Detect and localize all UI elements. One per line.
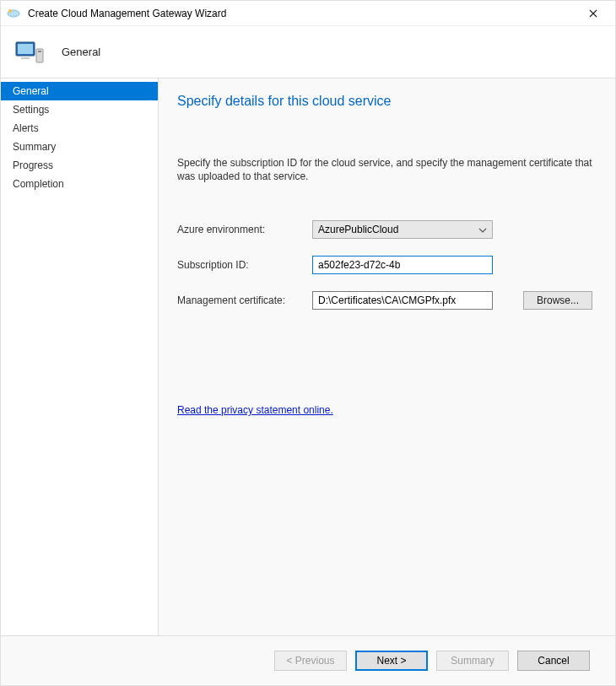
subscription-id-input[interactable] <box>312 256 493 274</box>
wizard-sidebar: General Settings Alerts Summary Progress… <box>1 78 159 635</box>
sidebar-item-settings[interactable]: Settings <box>1 100 158 119</box>
sidebar-item-summary[interactable]: Summary <box>1 138 158 156</box>
app-icon <box>6 6 21 21</box>
close-button[interactable] <box>576 2 610 25</box>
sidebar-item-alerts[interactable]: Alerts <box>1 119 158 138</box>
sidebar-item-completion[interactable]: Completion <box>1 175 158 193</box>
azure-environment-value: AzurePublicCloud <box>318 224 398 235</box>
window-title: Create Cloud Management Gateway Wizard <box>28 8 576 19</box>
page-description: Specify the subscription ID for the clou… <box>177 156 597 183</box>
privacy-statement-link[interactable]: Read the privacy statement online. <box>177 404 333 416</box>
row-management-certificate: Management certificate: Browse... <box>177 291 597 310</box>
svg-point-1 <box>8 9 12 13</box>
summary-button: Summary <box>436 651 509 671</box>
cancel-button[interactable]: Cancel <box>517 651 590 671</box>
header-banner: General <box>1 26 615 78</box>
chevron-down-icon <box>478 225 487 237</box>
label-subscription-id: Subscription ID: <box>177 259 312 271</box>
row-azure-environment: Azure environment: AzurePublicCloud <box>177 220 597 239</box>
label-management-certificate: Management certificate: <box>177 294 312 306</box>
azure-environment-dropdown[interactable]: AzurePublicCloud <box>312 220 493 239</box>
header-section-title: General <box>62 46 100 58</box>
wizard-body: General Settings Alerts Summary Progress… <box>1 78 615 635</box>
svg-rect-3 <box>18 44 33 54</box>
next-button[interactable]: Next > <box>355 651 428 671</box>
page-heading: Specify details for this cloud service <box>177 94 597 109</box>
previous-button: < Previous <box>274 651 347 671</box>
wizard-footer: < Previous Next > Summary Cancel <box>1 635 615 684</box>
label-azure-environment: Azure environment: <box>177 224 312 235</box>
svg-rect-6 <box>21 57 30 59</box>
titlebar: Create Cloud Management Gateway Wizard <box>1 1 615 26</box>
management-certificate-input[interactable] <box>312 291 493 310</box>
sidebar-item-general[interactable]: General <box>1 82 158 100</box>
row-subscription-id: Subscription ID: <box>177 256 597 274</box>
wizard-content: Specify details for this cloud service S… <box>159 78 615 635</box>
computer-icon <box>13 35 46 69</box>
browse-button[interactable]: Browse... <box>523 291 592 310</box>
sidebar-item-progress[interactable]: Progress <box>1 156 158 175</box>
svg-rect-5 <box>38 51 41 52</box>
